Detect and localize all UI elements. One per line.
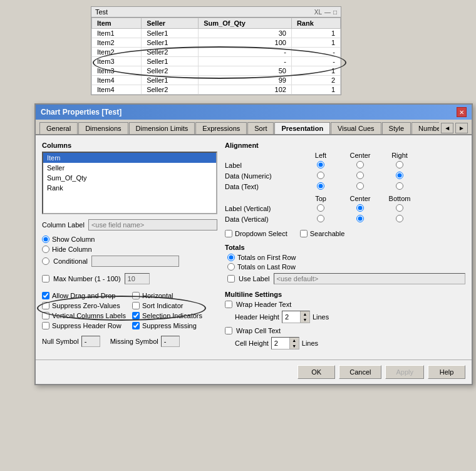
- max-number-label: Max Number (1 - 100): [53, 275, 121, 282]
- dialog-close-button[interactable]: ✕: [457, 107, 467, 117]
- allow-drag-row: Allow Drag and Drop: [42, 292, 127, 299]
- data-table-window: Test XL — □ Item Seller Sum_Of_Qty Rank …: [91, 6, 341, 95]
- dialog-titlebar: Chart Properties [Test] ✕: [36, 105, 472, 120]
- tab-sort[interactable]: Sort: [247, 122, 274, 134]
- chart-properties-dialog: Chart Properties [Test] ✕ GeneralDimensi…: [34, 103, 473, 385]
- multiline-section: Multiline Settings Wrap Header Text Head…: [225, 291, 465, 349]
- suppress-header-checkbox[interactable]: [42, 322, 49, 329]
- top-header: Top: [302, 195, 339, 202]
- null-symbol-input[interactable]: [81, 336, 100, 347]
- vertical-col-labels-checkbox[interactable]: [42, 312, 49, 319]
- text-right-radio[interactable]: [396, 182, 403, 190]
- allow-drag-checkbox[interactable]: [42, 292, 49, 299]
- max-number-checkbox[interactable]: [42, 275, 49, 282]
- cell-height-down[interactable]: ▼: [290, 343, 299, 349]
- column-list-item[interactable]: Seller: [43, 163, 216, 173]
- conditional-radio[interactable]: [42, 257, 49, 265]
- max-number-input[interactable]: [125, 273, 150, 284]
- totals-first-radio[interactable]: [227, 254, 235, 261]
- header-height-down[interactable]: ▼: [301, 317, 309, 323]
- left-header: Left: [302, 152, 339, 159]
- label-v-top-radio[interactable]: [317, 204, 324, 212]
- suppress-missing-checkbox[interactable]: [132, 322, 140, 329]
- columns-section-label: Columns: [42, 142, 217, 149]
- table-row: Item2Seller2--: [92, 48, 341, 57]
- label-right-radio[interactable]: [396, 161, 403, 168]
- data-v-bottom-radio[interactable]: [396, 215, 403, 222]
- totals-first-row: Totals on First Row: [227, 254, 465, 261]
- wrap-header-row: Wrap Header Text: [225, 301, 465, 308]
- table-row: Item3Seller1--: [92, 57, 341, 66]
- totals-last-radio[interactable]: [227, 263, 235, 271]
- help-button[interactable]: Help: [428, 365, 465, 379]
- tab-style[interactable]: Style: [382, 122, 411, 134]
- text-left-radio[interactable]: [317, 182, 324, 190]
- missing-symbol-input[interactable]: [161, 336, 180, 347]
- table-titlebar: Test XL — □: [91, 7, 341, 18]
- tab-nav-prev[interactable]: ◄: [441, 123, 453, 133]
- sort-indicator-checkbox[interactable]: [132, 302, 140, 309]
- label-vertical-label: Label (Vertical): [225, 205, 300, 212]
- label-v-center-radio[interactable]: [356, 204, 364, 212]
- null-sym-item: Null Symbol: [42, 336, 100, 347]
- table-row: Item1Seller1301: [92, 29, 341, 38]
- header-height-spinner[interactable]: ▲ ▼: [282, 311, 310, 323]
- data-v-center-radio[interactable]: [356, 215, 364, 222]
- column-list-item[interactable]: Rank: [43, 183, 216, 193]
- alignment-grid: Left Center Right Label Data (Numeric) D…: [225, 152, 465, 191]
- use-label-checkbox[interactable]: [227, 275, 235, 282]
- selection-indicators-checkbox[interactable]: [132, 312, 140, 319]
- cell-height-up[interactable]: ▲: [290, 338, 299, 343]
- label-left-radio[interactable]: [317, 161, 324, 168]
- header-height-input[interactable]: [282, 311, 300, 323]
- text-center-radio[interactable]: [356, 182, 364, 190]
- tab-general[interactable]: General: [39, 122, 78, 134]
- hide-column-radio[interactable]: [42, 246, 49, 253]
- conditional-input[interactable]: [91, 256, 179, 267]
- sort-indicator-label: Sort Indicator: [142, 302, 183, 309]
- label-center-radio[interactable]: [356, 161, 364, 168]
- dropdown-searchable-row: Dropdown Select Searchable: [225, 230, 465, 237]
- tab-dimension-limits[interactable]: Dimension Limits: [129, 122, 195, 134]
- column-label-input[interactable]: [88, 219, 217, 230]
- tab-number[interactable]: Number: [411, 122, 439, 134]
- label-v-bottom-radio[interactable]: [396, 204, 403, 212]
- wrap-cell-checkbox[interactable]: [225, 327, 232, 334]
- cell-height-spinner[interactable]: ▲ ▼: [271, 337, 299, 349]
- totals-last-label: Totals on Last Row: [237, 263, 296, 271]
- show-column-radio[interactable]: [42, 236, 49, 243]
- tab-nav-next[interactable]: ►: [455, 123, 468, 133]
- right-panel: Alignment Left Center Right Label Data (…: [225, 142, 465, 353]
- column-list-item[interactable]: Sum_Of_Qty: [43, 173, 216, 183]
- searchable-checkbox[interactable]: [300, 230, 308, 237]
- columns-list[interactable]: ItemSellerSum_Of_QtyRank: [42, 152, 217, 214]
- horizontal-checkbox[interactable]: [132, 292, 140, 299]
- numeric-right-radio[interactable]: [396, 172, 403, 179]
- tab-presentation[interactable]: Presentation: [274, 122, 330, 134]
- left-panel: Columns ItemSellerSum_Of_QtyRank Column …: [42, 142, 217, 353]
- tab-visual-cues[interactable]: Visual Cues: [331, 122, 381, 134]
- use-label-input[interactable]: [274, 273, 465, 284]
- tab-dimensions[interactable]: Dimensions: [78, 122, 128, 134]
- col-header-seller: Seller: [142, 18, 199, 29]
- ok-button[interactable]: OK: [298, 365, 335, 379]
- dropdown-select-label: Dropdown Select: [235, 230, 287, 237]
- data-v-top-radio[interactable]: [317, 215, 324, 222]
- cancel-button[interactable]: Cancel: [339, 365, 381, 379]
- alignment-label: Alignment: [225, 142, 465, 149]
- tab-expressions[interactable]: Expressions: [195, 122, 247, 134]
- numeric-left-radio[interactable]: [317, 172, 324, 179]
- dropdown-select-checkbox[interactable]: [225, 230, 232, 237]
- apply-button[interactable]: Apply: [385, 365, 424, 379]
- numeric-center-radio[interactable]: [356, 172, 364, 179]
- cell-height-spinner-btns: ▲ ▼: [289, 338, 299, 349]
- table-row: Item4Seller21021: [92, 85, 341, 95]
- header-height-up[interactable]: ▲: [301, 311, 309, 317]
- column-list-item[interactable]: Item: [43, 153, 216, 163]
- cell-height-input[interactable]: [272, 338, 289, 349]
- suppress-zero-checkbox[interactable]: [42, 302, 49, 309]
- suppress-header-row: Suppress Header Row: [42, 322, 127, 329]
- wrap-header-checkbox[interactable]: [225, 301, 232, 308]
- totals-section: Totals Totals on First Row Totals on Las…: [225, 244, 465, 284]
- dialog-title: Chart Properties [Test]: [41, 108, 122, 116]
